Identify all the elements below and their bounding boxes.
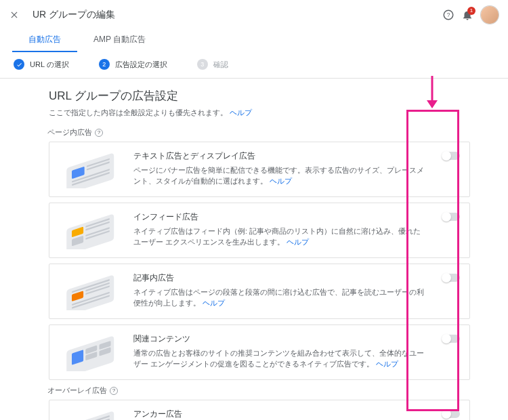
close-icon (9, 10, 19, 20)
help-link[interactable]: ヘルプ (287, 238, 309, 246)
svg-text:?: ? (447, 12, 450, 18)
step-ad-settings[interactable]: 2 広告設定の選択 (99, 59, 167, 70)
content: URL グループの広告設定 ここで指定した内容は全般設定よりも優先されます。 ヘ… (0, 79, 508, 420)
step-confirm[interactable]: 3 確認 (197, 59, 228, 70)
help-link[interactable]: ヘルプ (230, 108, 252, 117)
step-number-icon: 2 (99, 59, 110, 70)
card-infeed-ads: インフィード広告 ネイティブ広告はフィード内（例: 記事や商品のリスト内）に自然… (49, 203, 470, 258)
card-matched-content: 関連コンテンツ 通常の広告とお客様のサイトの推奨コンテンツを組み合わせて表示して… (49, 324, 470, 380)
help-link[interactable]: ヘルプ (376, 360, 398, 368)
tab-auto-ads[interactable]: 自動広告 (12, 30, 77, 52)
card-illustration (59, 408, 123, 420)
step-url-select[interactable]: URL の選択 (14, 59, 69, 70)
card-inarticle-ads: 記事内広告 ネイティブ広告はページの段落と段落の間に溶け込む広告で、記事を読むユ… (49, 264, 470, 319)
check-icon (14, 59, 24, 70)
help-circle-icon: ? (442, 9, 454, 21)
svg-rect-28 (66, 411, 114, 420)
toggle-switch[interactable] (442, 274, 460, 282)
group-label-overlay: オーバーレイ広告 ? (47, 385, 470, 396)
card-title: アンカー広告 (133, 408, 425, 420)
step-label: 確認 (213, 60, 228, 70)
toggle-switch[interactable] (442, 410, 460, 418)
help-link[interactable]: ヘルプ (270, 177, 292, 185)
section-subtitle: ここで指定した内容は全般設定よりも優先されます。 ヘルプ (49, 108, 470, 118)
card-desc: 通常の広告とお客様のサイトの推奨コンテンツを組み合わせて表示して、全体的なユーザ… (133, 348, 425, 370)
page-title: UR グループの編集 (33, 9, 115, 21)
header-bar: UR グループの編集 ? 1 (0, 0, 508, 30)
toggle-switch[interactable] (442, 152, 460, 160)
card-illustration (59, 211, 123, 249)
step-label: 広告設定の選択 (115, 60, 167, 70)
card-desc: ページにバナー広告を簡単に配信できる機能です。表示する広告のサイズ、プレースメン… (133, 165, 425, 187)
help-tooltip-icon[interactable]: ? (110, 387, 118, 395)
avatar[interactable] (481, 6, 499, 24)
notifications-button[interactable]: 1 (458, 5, 477, 24)
card-title: 記事内広告 (133, 272, 425, 284)
close-button[interactable] (7, 7, 22, 22)
card-anchor-ads: アンカー広告 画面の端に固定されるモバイル広告で、ユーザーが簡単に閉じることがで… (49, 400, 470, 420)
group-label-in-page: ページ内広告 ? (47, 127, 470, 138)
help-link[interactable]: ヘルプ (203, 299, 225, 307)
tabs: 自動広告 AMP 自動広告 (0, 30, 508, 52)
card-title: インフィード広告 (133, 211, 425, 223)
card-text-display-ads: テキスト広告とディスプレイ広告 ページにバナー広告を簡単に配信できる機能です。表… (49, 142, 470, 197)
card-illustration (59, 333, 123, 371)
tab-amp-auto-ads[interactable]: AMP 自動広告 (77, 30, 162, 52)
help-tooltip-icon[interactable]: ? (95, 129, 103, 137)
card-illustration (59, 150, 123, 188)
card-title: 関連コンテンツ (133, 333, 425, 345)
card-title: テキスト広告とディスプレイ広告 (133, 150, 425, 162)
step-number-icon: 3 (197, 59, 208, 70)
toggle-switch[interactable] (442, 213, 460, 221)
step-label: URL の選択 (30, 60, 69, 70)
stepper: URL の選択 2 広告設定の選択 3 確認 (0, 52, 508, 79)
notifications-badge: 1 (467, 7, 475, 15)
card-desc: ネイティブ広告はフィード内（例: 記事や商品のリスト内）に自然に溶け込み、優れた… (133, 226, 425, 248)
help-button[interactable]: ? (439, 5, 458, 24)
card-desc: ネイティブ広告はページの段落と段落の間に溶け込む広告で、記事を読むユーザーの利便… (133, 287, 425, 309)
section-heading: URL グループの広告設定 (49, 88, 470, 104)
card-illustration (59, 272, 123, 310)
toggle-switch[interactable] (442, 335, 460, 343)
